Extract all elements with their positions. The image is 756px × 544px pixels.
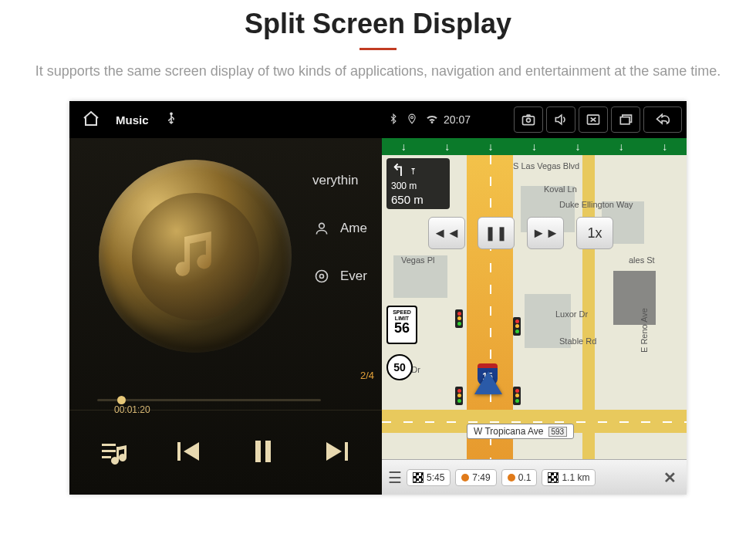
track-title: verythin bbox=[312, 173, 359, 188]
route-shield: 50 bbox=[386, 354, 413, 380]
road-label: ales St bbox=[629, 255, 655, 265]
title-underline bbox=[359, 48, 397, 50]
progress-bar[interactable] bbox=[97, 399, 321, 401]
artist-name: Ame bbox=[340, 221, 367, 236]
music-body: verythin Ame Ever 2/4 bbox=[69, 138, 382, 410]
dist-orange-icon bbox=[508, 474, 515, 481]
next-turn-distance: 300 m bbox=[391, 181, 445, 191]
artist-row: Ame bbox=[312, 221, 367, 236]
volume-button[interactable] bbox=[546, 106, 575, 133]
map-media-controls: ◄◄ ❚❚ ►► 1x bbox=[428, 217, 613, 249]
page-title: Split Screen Display bbox=[0, 8, 756, 40]
flag-icon bbox=[413, 472, 424, 483]
road-label: E Reno Ave bbox=[640, 308, 649, 353]
back-button[interactable] bbox=[643, 106, 682, 133]
road-label: Stable Rd bbox=[559, 336, 596, 346]
status-clock: 20:07 bbox=[444, 113, 471, 126]
elapsed-time: 00:01:20 bbox=[114, 404, 150, 415]
progress-handle[interactable] bbox=[117, 396, 126, 404]
music-app-label: Music bbox=[116, 113, 149, 127]
turn-instruction: ↰ ⤒ 300 m 650 m bbox=[386, 158, 450, 209]
album-name: Ever bbox=[340, 269, 367, 284]
svg-rect-10 bbox=[345, 442, 348, 461]
speed-limit-sign: SPEED LIMIT 56 bbox=[386, 306, 417, 344]
eta-segment[interactable]: 5:45 bbox=[407, 469, 451, 486]
pause-button[interactable] bbox=[248, 436, 278, 470]
track-info: verythin Ame Ever bbox=[312, 173, 367, 316]
bluetooth-icon bbox=[388, 112, 399, 128]
road-label: S Las Vegas Blvd bbox=[513, 161, 579, 171]
turn-left-icon: ↰ ⤒ bbox=[391, 162, 445, 179]
road-label: Duke Ellington Way bbox=[559, 200, 633, 209]
next-track-button[interactable] bbox=[322, 436, 353, 470]
time-segment[interactable]: 7:49 bbox=[455, 469, 496, 486]
home-icon[interactable] bbox=[82, 110, 100, 130]
track-title-row: verythin bbox=[312, 173, 367, 188]
nav-close-button[interactable]: ✕ bbox=[659, 468, 680, 487]
map-building bbox=[613, 271, 656, 325]
album-row: Ever bbox=[312, 269, 367, 284]
svg-rect-9 bbox=[265, 441, 271, 462]
traffic-light-icon bbox=[513, 387, 521, 405]
track-counter: 2/4 bbox=[360, 370, 374, 381]
flag-icon bbox=[548, 472, 559, 483]
page-subtitle: It supports the same screen display of t… bbox=[31, 61, 725, 82]
close-app-button[interactable] bbox=[579, 106, 608, 133]
clock-orange-icon bbox=[461, 474, 469, 481]
map-panel: 20:07 ↓↓↓↓↓↓↓ S Las Vegas Blvd Koval Ln bbox=[382, 101, 687, 495]
lane-guidance-strip: ↓↓↓↓↓↓↓ bbox=[382, 138, 687, 155]
svg-point-2 bbox=[316, 271, 328, 282]
traffic-light-icon bbox=[513, 317, 521, 336]
media-prev-button[interactable]: ◄◄ bbox=[428, 217, 465, 249]
music-topbar: Music bbox=[69, 101, 382, 138]
album-art bbox=[99, 160, 292, 353]
location-icon bbox=[407, 112, 417, 128]
svg-rect-8 bbox=[255, 441, 261, 462]
dist-small-segment[interactable]: 0.1 bbox=[501, 469, 538, 486]
person-icon bbox=[312, 221, 331, 236]
remaining-segment[interactable]: 1.1 km bbox=[542, 469, 596, 486]
svg-point-0 bbox=[170, 113, 171, 114]
svg-rect-12 bbox=[523, 117, 535, 125]
current-location-icon bbox=[474, 371, 502, 394]
prev-track-button[interactable] bbox=[173, 436, 204, 470]
system-buttons bbox=[514, 106, 687, 133]
nav-bottom-bar: ☰ 5:45 7:49 0.1 1.1 km ✕ bbox=[382, 459, 687, 495]
svg-point-1 bbox=[319, 223, 325, 228]
device-frame: Music verythin bbox=[69, 101, 687, 495]
svg-point-3 bbox=[320, 275, 324, 279]
recent-apps-button[interactable] bbox=[611, 106, 640, 133]
svg-rect-6 bbox=[102, 456, 111, 458]
svg-rect-15 bbox=[620, 117, 629, 124]
traffic-light-icon bbox=[455, 387, 463, 405]
media-pause-button[interactable]: ❚❚ bbox=[478, 217, 515, 249]
music-panel: Music verythin bbox=[69, 101, 382, 495]
screenshot-button[interactable] bbox=[514, 106, 543, 133]
traffic-light-icon bbox=[455, 309, 463, 328]
svg-point-11 bbox=[411, 116, 413, 118]
playlist-button[interactable] bbox=[99, 436, 130, 470]
media-next-button[interactable]: ►► bbox=[527, 217, 564, 249]
music-controls bbox=[69, 410, 382, 495]
wifi-icon bbox=[425, 112, 439, 128]
current-distance: 650 m bbox=[391, 193, 445, 206]
road-label: Luxor Dr bbox=[555, 309, 588, 319]
road-label: Koval Ln bbox=[544, 184, 577, 194]
svg-rect-7 bbox=[177, 442, 181, 461]
map-topbar: 20:07 bbox=[382, 101, 687, 138]
road-label: Vegas Pl bbox=[401, 255, 434, 265]
usb-icon bbox=[164, 112, 178, 128]
speed-multiplier-button[interactable]: 1x bbox=[576, 217, 613, 249]
svg-rect-4 bbox=[102, 444, 116, 446]
map-canvas[interactable]: S Las Vegas Blvd Koval Ln Duke Ellington… bbox=[382, 155, 687, 459]
music-note-icon bbox=[167, 226, 224, 286]
current-street-label: W Tropicana Ave 593 bbox=[467, 424, 574, 439]
svg-rect-5 bbox=[102, 450, 116, 452]
disc-icon bbox=[312, 269, 331, 284]
svg-point-13 bbox=[527, 118, 531, 122]
menu-icon[interactable]: ☰ bbox=[388, 468, 402, 487]
